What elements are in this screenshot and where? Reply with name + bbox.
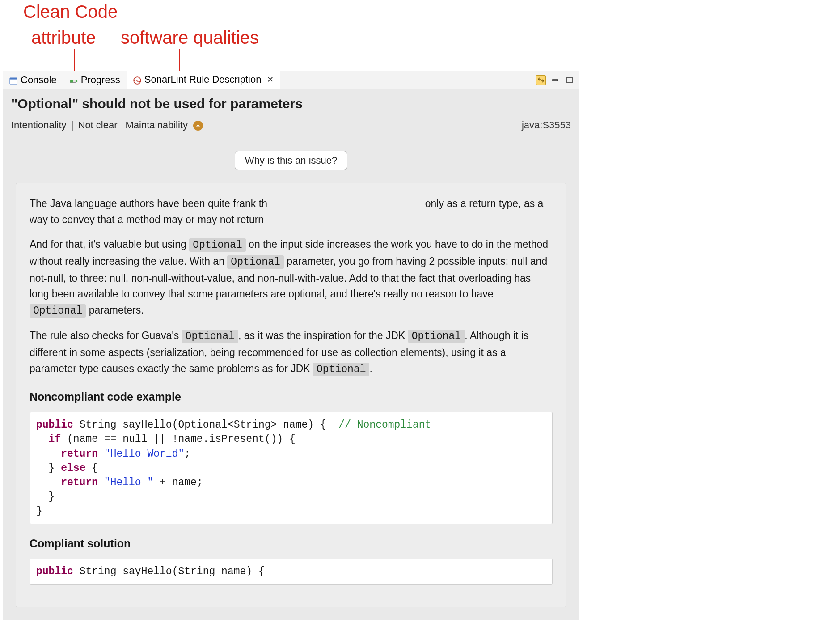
- kw: if: [36, 433, 61, 445]
- annotation-clean-code: Clean Code: [23, 2, 118, 22]
- tab-sonarlint-rule[interactable]: SonarLint Rule Description ✕: [127, 71, 281, 89]
- text: , as it was the inspiration for the JDK: [238, 330, 408, 341]
- compliant-code-block: public String sayHello(String name) {: [30, 559, 553, 585]
- heading-compliant: Compliant solution: [30, 535, 553, 552]
- progress-icon: [70, 76, 78, 84]
- code-optional: Optional: [227, 255, 283, 269]
- text: (name == null || !name.isPresent()) {: [61, 433, 296, 445]
- minimize-icon[interactable]: [550, 75, 560, 85]
- ide-bottom-panel: Console Progress SonarLint Rule Descript…: [3, 71, 579, 620]
- code-optional: Optional: [189, 238, 245, 252]
- rule-paragraph-3: The rule also checks for Guava's Optiona…: [30, 328, 553, 377]
- text: The Java language authors have been quit…: [30, 198, 267, 209]
- text: And for that, it's valuable but using: [30, 238, 189, 250]
- kw: else: [61, 462, 85, 474]
- software-quality: Maintainability: [126, 119, 188, 131]
- rule-tags: Intentionality | Not clear Maintainabili…: [11, 119, 203, 131]
- rule-key: java:S3553: [522, 119, 571, 131]
- console-icon: [9, 76, 17, 84]
- svg-rect-7: [567, 77, 572, 83]
- text: String sayHello(String name) {: [73, 566, 265, 577]
- severity-medium-icon: [193, 121, 203, 131]
- text: String sayHello(Optional<String> name) {: [73, 419, 339, 431]
- annotation-attribute: attribute: [31, 28, 96, 48]
- clean-code-attribute-value: Not clear: [78, 119, 118, 131]
- code-optional: Optional: [313, 363, 369, 376]
- text: }: [36, 505, 42, 517]
- tab-progress[interactable]: Progress: [63, 71, 127, 89]
- text: parameters.: [86, 304, 144, 316]
- panel-toolbar: [536, 71, 579, 89]
- clean-code-attribute-group: Intentionality: [11, 119, 67, 131]
- text: + name;: [153, 477, 203, 488]
- code-optional: Optional: [182, 330, 238, 343]
- noncompliant-code-block: public String sayHello(Optional<String> …: [30, 412, 553, 524]
- rule-paragraph-1: The Java language authors have been quit…: [30, 196, 553, 228]
- kw: return: [36, 477, 98, 488]
- maximize-icon[interactable]: [565, 75, 574, 85]
- tab-console-label: Console: [21, 74, 57, 86]
- string: "Hello ": [98, 477, 153, 488]
- rule-body: The Java language authors have been quit…: [16, 183, 566, 607]
- sonarlint-icon: [133, 76, 141, 84]
- panel-tab-strip: Console Progress SonarLint Rule Descript…: [3, 71, 579, 89]
- text: ;: [184, 448, 190, 460]
- kw: public: [36, 419, 73, 431]
- svg-rect-3: [70, 80, 73, 82]
- svg-marker-4: [76, 79, 78, 83]
- code-optional: Optional: [408, 330, 465, 343]
- svg-rect-6: [553, 80, 558, 81]
- tab-why-issue[interactable]: Why is this an issue?: [235, 151, 348, 170]
- rule-title: "Optional" should not be used for parame…: [11, 96, 571, 111]
- text: The rule also checks for Guava's: [30, 330, 182, 341]
- annotation-software-qualities: software qualities: [121, 28, 259, 48]
- heading-noncompliant: Noncompliant code example: [30, 388, 553, 406]
- svg-rect-1: [10, 78, 17, 79]
- rule-paragraph-2: And for that, it's valuable but using Op…: [30, 237, 553, 319]
- text: {: [85, 462, 98, 474]
- kw: public: [36, 566, 73, 577]
- rule-header: "Optional" should not be used for parame…: [3, 89, 579, 140]
- rule-meta-row: Intentionality | Not clear Maintainabili…: [11, 119, 571, 131]
- kw: return: [36, 448, 98, 460]
- tab-progress-label: Progress: [81, 74, 120, 86]
- text: .: [369, 363, 372, 374]
- tab-sonarlint-label: SonarLint Rule Description: [144, 74, 262, 85]
- comment: // Noncompliant: [338, 419, 431, 431]
- close-icon[interactable]: ✕: [264, 75, 274, 85]
- tab-console[interactable]: Console: [3, 71, 63, 89]
- rule-section-tabs: Why is this an issue?: [3, 140, 579, 170]
- text: }: [36, 462, 61, 474]
- string: "Hello World": [98, 448, 184, 460]
- rule-body-wrapper: The Java language authors have been quit…: [3, 170, 579, 620]
- code-optional: Optional: [30, 304, 86, 318]
- separator: |: [71, 119, 74, 131]
- link-with-editor-icon[interactable]: [536, 75, 546, 85]
- text: }: [36, 491, 55, 503]
